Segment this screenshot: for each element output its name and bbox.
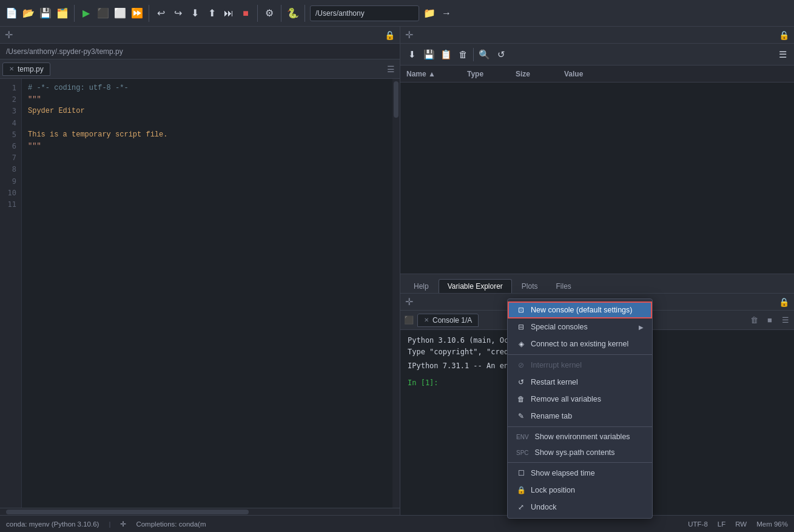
- ctx-item-show-elapsed[interactable]: ☐ Show elapsed time: [508, 465, 652, 482]
- console-tab-1[interactable]: ✕ Console 1/A: [417, 314, 479, 327]
- status-drag-icon: ✛: [120, 520, 126, 528]
- right-panel: ✛ 🔒 ⬇ 💾 📋 🗑 🔍 ↺ ☰ Name ▲ Type Size Value: [400, 27, 794, 515]
- ctx-item-undock[interactable]: ⤢ Undock: [508, 499, 652, 516]
- ctx-restart-icon: ↺: [516, 377, 526, 387]
- undo-icon[interactable]: ↪: [171, 7, 184, 20]
- new-file-icon[interactable]: 📄: [5, 7, 18, 20]
- console-delete-icon[interactable]: 🗑: [748, 314, 760, 326]
- console-tab-label: Console 1/A: [432, 316, 472, 325]
- top-toolbar: 📄 📂 💾 🗂️ ▶ ⬛ ⬜ ⏩ ↩ ↪ ⬇ ⬆ ⏭ ■ ⚙ 🐍 📁 →: [0, 0, 794, 27]
- step-up-icon[interactable]: ⬆: [205, 7, 218, 20]
- ctx-item-lock-position[interactable]: 🔒 Lock position: [508, 482, 652, 499]
- ctx-rename-label: Rename tab: [531, 412, 572, 420]
- console-toolbar-right: 🗑 ■ ☰: [748, 314, 792, 326]
- save-var-icon[interactable]: 💾: [422, 48, 436, 61]
- ctx-connect-icon: ◈: [516, 339, 526, 349]
- ctx-interrupt-label: Interrupt kernel: [531, 361, 582, 369]
- ctx-item-special-consoles[interactable]: ⊟ Special consoles ▶: [508, 318, 652, 335]
- ctx-undock-icon: ⤢: [516, 502, 526, 512]
- step-into-icon[interactable]: ↩: [154, 7, 167, 20]
- code-area[interactable]: # -*- coding: utf-8 -*- """ Spyder Edito…: [22, 79, 392, 508]
- ctx-item-connect-kernel[interactable]: ◈ Connect to an existing kernel: [508, 335, 652, 352]
- run-icon[interactable]: ▶: [79, 7, 93, 20]
- ctx-restart-label: Restart kernel: [531, 378, 578, 386]
- ctx-item-show-sys[interactable]: SPC Show sys.path contents: [508, 445, 652, 460]
- ctx-elapsed-label: Show elapsed time: [531, 469, 595, 477]
- ctx-special-consoles-label: Special consoles: [531, 323, 588, 331]
- ctx-item-restart-kernel[interactable]: ↺ Restart kernel: [508, 374, 652, 391]
- status-conda: conda: myenv (Python 3.10.6): [6, 520, 99, 528]
- run-selection-icon[interactable]: ⏩: [130, 7, 144, 20]
- status-memory: Mem 96%: [756, 520, 788, 528]
- editor-scrollbar[interactable]: [392, 79, 400, 508]
- col-name[interactable]: Name ▲: [400, 70, 461, 78]
- var-sep-1: [473, 48, 474, 61]
- context-menu: ⊡ New console (default settings) ⊟ Speci…: [507, 298, 653, 519]
- ctx-connect-label: Connect to an existing kernel: [531, 340, 628, 348]
- export-var-icon[interactable]: 📋: [439, 48, 453, 61]
- editor-h-scrollbar[interactable]: [0, 508, 400, 515]
- tab-close-icon[interactable]: ✕: [9, 66, 14, 72]
- var-tabs: Help Variable Explorer Plots Files: [400, 274, 794, 293]
- tab-variable-explorer[interactable]: Variable Explorer: [439, 279, 512, 293]
- status-permissions: RW: [735, 520, 747, 528]
- open-file-icon[interactable]: 📂: [22, 7, 35, 20]
- toolbar-sep-4: [281, 5, 281, 22]
- editor-lock-icon[interactable]: 🔒: [385, 30, 395, 40]
- ctx-special-consoles-arrow: ▶: [639, 324, 644, 331]
- ctx-item-new-console[interactable]: ⊡ New console (default settings): [508, 301, 652, 318]
- var-menu-icon[interactable]: ☰: [776, 48, 789, 61]
- tab-menu-button[interactable]: ☰: [385, 64, 397, 74]
- ctx-item-show-env[interactable]: ENV Show environment variables: [508, 429, 652, 445]
- ctx-lock-label: Lock position: [531, 486, 575, 494]
- ctx-elapsed-checkbox-icon: ☐: [516, 468, 526, 478]
- console-tab-close-icon[interactable]: ✕: [424, 317, 429, 323]
- console-tab-expand-icon[interactable]: ⬛: [403, 314, 415, 326]
- console-stop-icon[interactable]: ■: [764, 314, 776, 326]
- status-bar: conda: myenv (Python 3.10.6) | ✛ Complet…: [0, 515, 794, 532]
- stop-icon[interactable]: ■: [239, 7, 252, 20]
- status-encoding: UTF-8: [688, 520, 708, 528]
- save-all-icon[interactable]: 🗂️: [56, 7, 69, 20]
- tab-help[interactable]: Help: [405, 280, 437, 293]
- ctx-sep-1: [508, 354, 652, 355]
- ctx-new-console-icon: ⊡: [516, 305, 526, 315]
- tab-files[interactable]: Files: [548, 280, 580, 293]
- console-section: ✛ 🔒 ⬛ ✕ Console 1/A 🗑 ■ ☰ Python 3.10.6 …: [400, 294, 794, 515]
- settings-icon[interactable]: ⚙: [263, 7, 276, 20]
- refresh-var-icon[interactable]: ↺: [494, 48, 508, 61]
- python-logo-icon[interactable]: 🐍: [286, 7, 300, 20]
- var-lock-icon[interactable]: 🔒: [779, 30, 789, 40]
- breadcrumb-text: /Users/anthony/.spyder-py3/temp.py: [6, 47, 123, 56]
- col-size[interactable]: Size: [510, 70, 558, 78]
- ctx-interrupt-icon: ⊘: [516, 360, 526, 370]
- editor-tab-temp[interactable]: ✕ temp.py: [2, 62, 50, 76]
- col-type[interactable]: Type: [461, 70, 510, 78]
- console-menu-icon[interactable]: ☰: [779, 314, 792, 326]
- ctx-item-rename-tab[interactable]: ✎ Rename tab: [508, 408, 652, 425]
- col-value: Value: [558, 70, 794, 78]
- toolbar-sep-5: [304, 5, 305, 22]
- step-skip-icon[interactable]: ⏭: [222, 7, 235, 20]
- step-down-icon[interactable]: ⬇: [188, 7, 201, 20]
- import-icon[interactable]: ⬇: [405, 48, 419, 61]
- save-file-icon[interactable]: 💾: [39, 7, 52, 20]
- status-line-ending: LF: [718, 520, 725, 528]
- run-cell-icon[interactable]: ⬛: [96, 7, 110, 20]
- ctx-item-remove-vars[interactable]: 🗑 Remove all variables: [508, 391, 652, 408]
- ctx-item-interrupt-kernel: ⊘ Interrupt kernel: [508, 357, 652, 374]
- ctx-env-badge: ENV: [516, 434, 529, 440]
- open-folder-icon[interactable]: 📁: [423, 7, 436, 20]
- path-input[interactable]: [310, 5, 419, 21]
- tab-plots[interactable]: Plots: [513, 280, 547, 293]
- h-scroll-thumb: [6, 510, 249, 514]
- go-to-icon[interactable]: →: [440, 7, 453, 20]
- search-var-icon[interactable]: 🔍: [477, 48, 491, 61]
- ctx-remove-label: Remove all variables: [531, 395, 601, 403]
- console-lock-icon[interactable]: 🔒: [779, 297, 789, 307]
- ctx-rename-icon: ✎: [516, 411, 526, 421]
- delete-var-icon[interactable]: 🗑: [456, 48, 469, 61]
- run-cell-advance-icon[interactable]: ⬜: [113, 7, 127, 20]
- ctx-remove-icon: 🗑: [516, 394, 526, 404]
- ctx-undock-label: Undock: [531, 503, 556, 511]
